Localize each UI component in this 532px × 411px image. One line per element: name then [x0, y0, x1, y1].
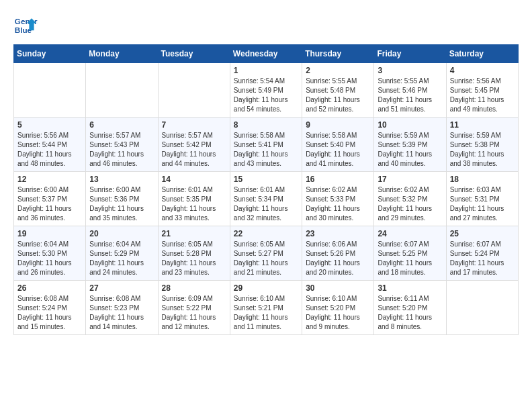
day-info: Sunrise: 6:00 AMSunset: 5:36 PMDaylight:…	[89, 186, 144, 222]
day-number: 16	[306, 175, 370, 184]
day-number: 12	[17, 175, 82, 184]
calendar-cell: 14 Sunrise: 6:01 AMSunset: 5:35 PMDaylig…	[158, 172, 230, 226]
day-info: Sunrise: 6:04 AMSunset: 5:29 PMDaylight:…	[89, 240, 144, 276]
day-info: Sunrise: 6:11 AMSunset: 5:20 PMDaylight:…	[378, 295, 432, 330]
calendar-cell: 4 Sunrise: 5:56 AMSunset: 5:45 PMDayligh…	[446, 63, 518, 118]
day-info: Sunrise: 5:56 AMSunset: 5:44 PMDaylight:…	[17, 132, 72, 167]
day-info: Sunrise: 6:05 AMSunset: 5:27 PMDaylight:…	[234, 240, 288, 276]
calendar-cell: 19 Sunrise: 6:04 AMSunset: 5:30 PMDaylig…	[14, 226, 86, 281]
page-header: General Blue	[13, 13, 519, 38]
day-info: Sunrise: 6:01 AMSunset: 5:34 PMDaylight:…	[234, 186, 288, 222]
day-info: Sunrise: 6:02 AMSunset: 5:32 PMDaylight:…	[378, 186, 432, 222]
calendar-cell: 2 Sunrise: 5:55 AMSunset: 5:48 PMDayligh…	[302, 63, 374, 118]
calendar-cell: 24 Sunrise: 6:07 AMSunset: 5:25 PMDaylig…	[374, 226, 446, 281]
day-number: 14	[162, 175, 226, 184]
calendar-cell: 17 Sunrise: 6:02 AMSunset: 5:32 PMDaylig…	[374, 172, 446, 226]
day-number: 17	[378, 175, 442, 184]
calendar-cell: 23 Sunrise: 6:06 AMSunset: 5:26 PMDaylig…	[302, 226, 374, 281]
day-number: 24	[378, 229, 442, 238]
calendar-cell: 18 Sunrise: 6:03 AMSunset: 5:31 PMDaylig…	[446, 172, 518, 226]
day-number: 25	[450, 229, 515, 238]
day-info: Sunrise: 6:05 AMSunset: 5:28 PMDaylight:…	[162, 240, 216, 276]
weekday-header: Friday	[374, 45, 446, 63]
day-info: Sunrise: 6:09 AMSunset: 5:22 PMDaylight:…	[162, 295, 216, 330]
weekday-header: Saturday	[446, 45, 518, 63]
day-number: 10	[378, 120, 442, 130]
day-number: 1	[234, 66, 298, 75]
day-info: Sunrise: 6:10 AMSunset: 5:21 PMDaylight:…	[234, 295, 288, 330]
day-info: Sunrise: 5:58 AMSunset: 5:41 PMDaylight:…	[234, 132, 288, 167]
calendar-week-row: 1 Sunrise: 5:54 AMSunset: 5:49 PMDayligh…	[14, 63, 519, 118]
day-info: Sunrise: 5:55 AMSunset: 5:48 PMDaylight:…	[306, 77, 360, 113]
calendar-table: SundayMondayTuesdayWednesdayThursdayFrid…	[13, 44, 519, 335]
calendar-cell: 30 Sunrise: 6:10 AMSunset: 5:20 PMDaylig…	[302, 281, 374, 335]
day-number: 26	[17, 283, 82, 293]
day-number: 15	[234, 175, 298, 184]
day-info: Sunrise: 6:06 AMSunset: 5:26 PMDaylight:…	[306, 240, 360, 276]
day-number: 9	[306, 120, 370, 130]
logo-icon: General Blue	[13, 13, 38, 38]
calendar-cell: 25 Sunrise: 6:07 AMSunset: 5:24 PMDaylig…	[446, 226, 518, 281]
weekday-header: Wednesday	[230, 45, 302, 63]
calendar-cell: 3 Sunrise: 5:55 AMSunset: 5:46 PMDayligh…	[374, 63, 446, 118]
day-info: Sunrise: 5:58 AMSunset: 5:40 PMDaylight:…	[306, 132, 360, 167]
day-number: 18	[450, 175, 515, 184]
day-info: Sunrise: 6:07 AMSunset: 5:24 PMDaylight:…	[450, 240, 504, 276]
day-number: 8	[234, 120, 298, 130]
day-number: 13	[89, 175, 154, 184]
day-info: Sunrise: 5:54 AMSunset: 5:49 PMDaylight:…	[234, 77, 288, 113]
day-number: 30	[306, 283, 370, 293]
day-info: Sunrise: 5:56 AMSunset: 5:45 PMDaylight:…	[450, 77, 504, 113]
calendar-cell: 22 Sunrise: 6:05 AMSunset: 5:27 PMDaylig…	[230, 226, 302, 281]
day-number: 19	[17, 229, 82, 238]
weekday-header: Thursday	[302, 45, 374, 63]
day-info: Sunrise: 6:04 AMSunset: 5:30 PMDaylight:…	[17, 240, 72, 276]
calendar-cell: 1 Sunrise: 5:54 AMSunset: 5:49 PMDayligh…	[230, 63, 302, 118]
weekday-header: Tuesday	[158, 45, 230, 63]
day-number: 22	[234, 229, 298, 238]
day-number: 5	[17, 120, 82, 130]
day-info: Sunrise: 5:57 AMSunset: 5:42 PMDaylight:…	[162, 132, 216, 167]
calendar-cell: 29 Sunrise: 6:10 AMSunset: 5:21 PMDaylig…	[230, 281, 302, 335]
day-info: Sunrise: 5:59 AMSunset: 5:38 PMDaylight:…	[450, 132, 504, 167]
day-info: Sunrise: 6:10 AMSunset: 5:20 PMDaylight:…	[306, 295, 360, 330]
calendar-cell	[14, 63, 86, 118]
calendar-cell: 16 Sunrise: 6:02 AMSunset: 5:33 PMDaylig…	[302, 172, 374, 226]
calendar-cell: 27 Sunrise: 6:08 AMSunset: 5:23 PMDaylig…	[86, 281, 158, 335]
calendar-cell: 31 Sunrise: 6:11 AMSunset: 5:20 PMDaylig…	[374, 281, 446, 335]
calendar-cell: 9 Sunrise: 5:58 AMSunset: 5:40 PMDayligh…	[302, 118, 374, 172]
calendar-cell: 5 Sunrise: 5:56 AMSunset: 5:44 PMDayligh…	[14, 118, 86, 172]
day-number: 2	[306, 66, 370, 75]
day-number: 20	[89, 229, 154, 238]
calendar-cell: 21 Sunrise: 6:05 AMSunset: 5:28 PMDaylig…	[158, 226, 230, 281]
calendar-week-row: 5 Sunrise: 5:56 AMSunset: 5:44 PMDayligh…	[14, 118, 519, 172]
calendar-cell: 20 Sunrise: 6:04 AMSunset: 5:29 PMDaylig…	[86, 226, 158, 281]
calendar-cell: 8 Sunrise: 5:58 AMSunset: 5:41 PMDayligh…	[230, 118, 302, 172]
calendar-cell: 28 Sunrise: 6:09 AMSunset: 5:22 PMDaylig…	[158, 281, 230, 335]
day-number: 31	[378, 283, 442, 293]
calendar-week-row: 26 Sunrise: 6:08 AMSunset: 5:24 PMDaylig…	[14, 281, 519, 335]
day-number: 23	[306, 229, 370, 238]
weekday-header: Sunday	[14, 45, 86, 63]
calendar-cell	[446, 281, 518, 335]
day-number: 6	[89, 120, 154, 130]
day-info: Sunrise: 6:00 AMSunset: 5:37 PMDaylight:…	[17, 186, 72, 222]
day-number: 29	[234, 283, 298, 293]
calendar-cell: 12 Sunrise: 6:00 AMSunset: 5:37 PMDaylig…	[14, 172, 86, 226]
day-info: Sunrise: 6:02 AMSunset: 5:33 PMDaylight:…	[306, 186, 360, 222]
day-info: Sunrise: 6:07 AMSunset: 5:25 PMDaylight:…	[378, 240, 432, 276]
day-number: 11	[450, 120, 515, 130]
day-number: 3	[378, 66, 442, 75]
calendar-cell	[86, 63, 158, 118]
calendar-cell: 10 Sunrise: 5:59 AMSunset: 5:39 PMDaylig…	[374, 118, 446, 172]
day-info: Sunrise: 5:55 AMSunset: 5:46 PMDaylight:…	[378, 77, 432, 113]
day-number: 21	[162, 229, 226, 238]
calendar-week-row: 19 Sunrise: 6:04 AMSunset: 5:30 PMDaylig…	[14, 226, 519, 281]
day-info: Sunrise: 5:57 AMSunset: 5:43 PMDaylight:…	[89, 132, 144, 167]
calendar-cell: 13 Sunrise: 6:00 AMSunset: 5:36 PMDaylig…	[86, 172, 158, 226]
calendar-cell	[158, 63, 230, 118]
weekday-header-row: SundayMondayTuesdayWednesdayThursdayFrid…	[14, 45, 519, 63]
calendar-week-row: 12 Sunrise: 6:00 AMSunset: 5:37 PMDaylig…	[14, 172, 519, 226]
weekday-header: Monday	[86, 45, 158, 63]
day-info: Sunrise: 6:03 AMSunset: 5:31 PMDaylight:…	[450, 186, 504, 222]
